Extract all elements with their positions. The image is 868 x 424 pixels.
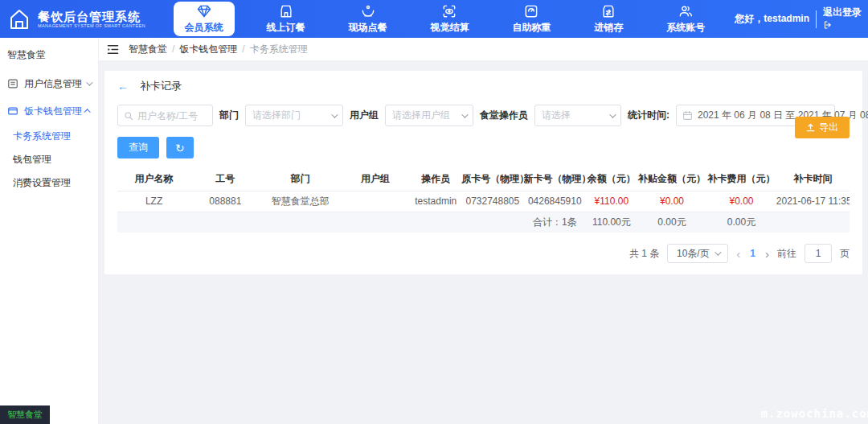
cell-operator: testadmin (410, 191, 461, 212)
logout-label: 退出登录 (823, 6, 862, 18)
col-header: 余额（元） (586, 168, 637, 191)
chevron-down-icon (609, 111, 616, 117)
summary-balance: 110.00元 (586, 212, 637, 233)
refresh-icon: ↻ (175, 142, 185, 154)
chevron-down-icon (461, 111, 468, 117)
nav-item-self-weigh[interactable]: 自助称重 (501, 0, 562, 38)
breadcrumb: 智慧食堂 / 饭卡钱包管理 / 卡务系统管理 (129, 43, 308, 56)
col-header: 原卡号（物理） (461, 168, 523, 191)
user-box: 您好，testadmin 退出登录 (735, 0, 868, 38)
table-summary-row: 合计：1条 110.00元 0.00元 0.00元 (117, 212, 850, 233)
sidebar-item-card-wallet[interactable]: 饭卡钱包管理 (0, 97, 98, 125)
dept-select-placeholder: 请选择部门 (252, 109, 301, 122)
cell-new-card: 0426845910 (524, 191, 586, 212)
time-label: 统计时间: (628, 109, 669, 122)
canteen-logo-icon (6, 6, 32, 32)
dept-select[interactable]: 请选择部门 (245, 105, 343, 126)
sidebar-subitem-wallet-manage[interactable]: 钱包管理 (0, 148, 98, 171)
nav-label: 现场点餐 (349, 21, 387, 35)
next-page-icon[interactable]: › (765, 247, 769, 261)
prev-page-icon[interactable]: ‹ (736, 247, 740, 261)
nav-label: 线上订餐 (267, 21, 305, 35)
sidebar-subitem-consume-settings[interactable]: 消费设置管理 (0, 171, 98, 195)
operator-label: 食堂操作员 (480, 109, 528, 122)
refresh-button[interactable]: ↻ (166, 137, 194, 158)
operator-select[interactable]: 请选择 (534, 105, 621, 126)
vision-scan-icon (441, 3, 457, 19)
dept-label: 部门 (219, 109, 239, 122)
cell-fee: ¥0.00 (706, 191, 776, 212)
nav-label: 自助称重 (512, 21, 551, 35)
cell-job-number: 088881 (190, 191, 260, 212)
back-arrow-icon[interactable]: ← (117, 80, 129, 93)
corner-tag: 智慧食堂 (0, 405, 50, 424)
main-content: ← 补卡记录 部门 请选择部门 用户组 请选择用户组 食堂操作员 (99, 60, 868, 424)
wallet-card-icon (7, 105, 18, 117)
logout-icon (823, 20, 833, 30)
summary-cell (461, 212, 523, 233)
breadcrumb-separator: / (172, 43, 174, 55)
summary-subsidy: 0.00元 (637, 212, 707, 233)
col-header: 新卡号（物理） (524, 168, 586, 191)
nav-item-vision-settle[interactable]: 视觉结算 (419, 0, 480, 38)
calendar-icon (682, 110, 693, 121)
summary-cell (117, 212, 190, 233)
breadcrumb-current: 卡务系统管理 (250, 43, 308, 56)
top-header: 餐饮后台管理系统 MANAGEMENT SYSTEM OF SMART CANT… (0, 0, 868, 38)
breadcrumb-item[interactable]: 智慧食堂 (129, 43, 167, 56)
sidebar-item-label: 饭卡钱包管理 (24, 105, 86, 118)
goto-page-input[interactable] (805, 244, 832, 263)
cell-department: 智慧食堂总部 (260, 191, 341, 212)
page-number-1[interactable]: 1 (748, 248, 757, 259)
card-replacement-records: ← 补卡记录 部门 请选择部门 用户组 请选择用户组 食堂操作员 (104, 71, 862, 274)
page-size-select[interactable]: 10条/页 (667, 244, 728, 263)
scale-icon (523, 3, 539, 19)
records-table: 用户名称 工号 部门 用户组 操作员 原卡号（物理） 新卡号（物理） 余额（元）… (117, 168, 850, 233)
query-button[interactable]: 查询 (117, 137, 159, 158)
sidebar-title: 智慧食堂 (0, 38, 98, 70)
filter-row: 部门 请选择部门 用户组 请选择用户组 食堂操作员 请选择 统计时间: (117, 105, 850, 126)
col-header: 部门 (260, 168, 341, 191)
col-header: 补贴金额（元） (637, 168, 707, 191)
collapse-menu-icon[interactable] (107, 44, 119, 55)
export-button[interactable]: 导出 (795, 117, 850, 138)
user-group-select[interactable]: 请选择用户组 (385, 105, 473, 126)
sidebar: 智慧食堂 用户信息管理 饭卡钱包管理 卡务系统管理 钱包管理 消费设置管理 (0, 38, 99, 424)
table-header-row: 用户名称 工号 部门 用户组 操作员 原卡号（物理） 新卡号（物理） 余额（元）… (117, 168, 850, 191)
breadcrumb-separator: / (242, 43, 244, 55)
nav-label: 系统账号 (666, 21, 705, 35)
breadcrumb-item[interactable]: 饭卡钱包管理 (179, 43, 237, 56)
cell-subsidy: ¥0.00 (637, 191, 707, 212)
user-greeting: 您好，testadmin (735, 12, 809, 26)
col-header: 补卡费用（元） (706, 168, 776, 191)
chevron-down-icon (86, 79, 92, 85)
nav-item-system-account[interactable]: 系统账号 (655, 0, 716, 38)
table-row[interactable]: LZZ 088881 智慧食堂总部 testadmin 0732748805 0… (117, 191, 850, 212)
chevron-down-icon (714, 249, 721, 255)
export-icon (806, 123, 815, 132)
operator-select-placeholder: 请选择 (542, 109, 571, 122)
search-icon (124, 111, 133, 121)
sidebar-item-user-info[interactable]: 用户信息管理 (0, 70, 98, 97)
nav-item-inventory[interactable]: 进销存 (583, 0, 634, 38)
col-header: 用户组 (341, 168, 411, 191)
logout-button[interactable]: 退出登录 (823, 6, 862, 31)
summary-cell (776, 212, 850, 233)
cell-user-name: LZZ (117, 191, 190, 212)
nav-item-member-system[interactable]: 会员系统 (174, 2, 235, 36)
chevron-down-icon (331, 111, 338, 117)
page-title-row: ← 补卡记录 (117, 71, 850, 101)
nav-item-online-order[interactable]: 线上订餐 (256, 0, 317, 38)
logo: 餐饮后台管理系统 MANAGEMENT SYSTEM OF SMART CANT… (0, 0, 163, 38)
sidebar-item-label: 用户信息管理 (24, 77, 86, 91)
app-subtitle: MANAGEMENT SYSTEM OF SMART CANTEEN (38, 23, 145, 28)
inventory-icon (600, 3, 616, 19)
group-select-placeholder: 请选择用户组 (392, 109, 450, 122)
nav-item-onsite-order[interactable]: 现场点餐 (338, 0, 399, 38)
nav-label: 进销存 (594, 21, 623, 35)
col-header: 操作员 (410, 168, 461, 191)
sidebar-subitem-card-system[interactable]: 卡务系统管理 (0, 125, 98, 148)
nav-label: 会员系统 (185, 21, 223, 35)
goto-suffix: 页 (840, 247, 850, 261)
goto-label: 前往 (777, 247, 796, 261)
